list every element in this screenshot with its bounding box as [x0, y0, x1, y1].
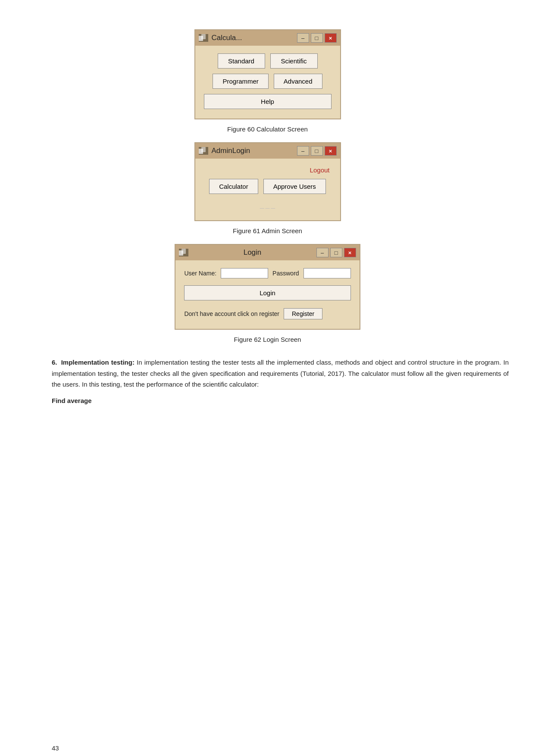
login-titlebar: Login – □ × — [175, 245, 359, 260]
app-icon — [199, 34, 208, 42]
admin-icon-svg — [199, 147, 208, 155]
login-body: User Name: Password Login Don't have acc… — [175, 260, 359, 329]
admin-body: Logout Calculator Approve Users — — — — [195, 159, 340, 220]
svg-rect-1 — [201, 34, 206, 39]
section-title: Implementation testing: — [61, 359, 135, 366]
page-number: 43 — [52, 744, 59, 752]
admin-controls: – □ × — [297, 146, 337, 156]
calculator-btn[interactable]: Calculator — [209, 179, 258, 194]
approve-users-btn[interactable]: Approve Users — [263, 179, 326, 194]
password-label: Password — [272, 270, 299, 277]
section6-paragraph: 6. Implementation testing: In implementa… — [52, 357, 509, 390]
help-btn[interactable]: Help — [204, 94, 332, 109]
section-number: 6. — [52, 359, 57, 366]
figure61-caption: Figure 61 Admin Screen — [233, 227, 302, 234]
calc-close-btn[interactable]: × — [325, 33, 337, 43]
login-app-icon — [179, 249, 188, 256]
login-close-btn[interactable]: × — [344, 248, 356, 257]
admin-close-btn[interactable]: × — [325, 146, 337, 156]
calc-row2: Programmer Advanced — [204, 74, 332, 89]
figure60-caption: Figure 60 Calculator Screen — [227, 125, 308, 133]
admin-restore-btn[interactable]: □ — [311, 146, 323, 156]
login-btn[interactable]: Login — [184, 285, 350, 300]
login-minimize-btn[interactable]: – — [316, 248, 329, 257]
logout-row: Logout — [204, 166, 332, 174]
admin-app-icon — [199, 147, 208, 155]
username-label: User Name: — [184, 270, 216, 277]
login-window: Login – □ × User Name: Password Login — [175, 244, 360, 330]
calc-body: Standard Scientific Programmer Advanced … — [195, 46, 340, 119]
admin-title: AdminLogin — [212, 147, 294, 155]
calc-row1: Standard Scientific — [204, 53, 332, 69]
calc-row3: Help — [204, 94, 332, 109]
section6-block: 6. Implementation testing: In implementa… — [52, 357, 509, 406]
username-input[interactable] — [221, 268, 268, 278]
admin-window: AdminLogin – □ × Logout Calculator Appro… — [194, 142, 341, 221]
login-restore-btn[interactable]: □ — [330, 248, 342, 257]
admin-separator: — — — — [260, 206, 275, 210]
scientific-btn[interactable]: Scientific — [270, 53, 318, 69]
calculator-window: Calcula... – □ × Standard Scientific Pro… — [194, 29, 341, 119]
advanced-btn[interactable]: Advanced — [274, 74, 322, 89]
login-icon-svg — [179, 249, 188, 256]
svg-rect-5 — [181, 249, 186, 254]
calc-minimize-btn[interactable]: – — [297, 33, 309, 43]
login-controls: – □ × — [316, 248, 356, 257]
programmer-btn[interactable]: Programmer — [213, 74, 268, 89]
register-btn[interactable]: Register — [284, 308, 322, 319]
figure62-caption: Figure 62 Login Screen — [234, 336, 301, 343]
calc-titlebar: Calcula... – □ × — [195, 30, 340, 46]
login-title: Login — [192, 248, 313, 257]
admin-minimize-btn[interactable]: – — [297, 146, 309, 156]
calc-title: Calcula... — [212, 34, 294, 42]
login-btn-row: Login — [184, 285, 350, 300]
app-icon-svg — [199, 34, 208, 42]
register-text: Don't have account click on register — [184, 310, 279, 317]
password-input[interactable] — [303, 268, 351, 278]
svg-rect-3 — [201, 147, 206, 152]
find-average: Find average — [52, 395, 509, 406]
admin-btn-row: Calculator Approve Users — [204, 179, 332, 194]
register-row: Don't have account click on register Reg… — [184, 308, 350, 319]
standard-btn[interactable]: Standard — [218, 53, 265, 69]
calc-restore-btn[interactable]: □ — [311, 33, 323, 43]
admin-titlebar: AdminLogin – □ × — [195, 143, 340, 159]
calc-controls: – □ × — [297, 33, 337, 43]
logout-link[interactable]: Logout — [310, 166, 330, 174]
login-credentials-row: User Name: Password — [184, 268, 350, 278]
